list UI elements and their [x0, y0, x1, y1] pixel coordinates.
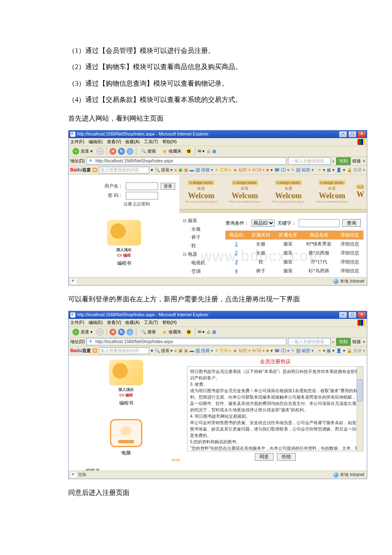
- reject-button[interactable]: 拒绝: [277, 453, 296, 461]
- search-submit-button[interactable]: 查询: [342, 219, 361, 227]
- edit-button[interactable]: ▦: [212, 149, 216, 153]
- category-tree[interactable]: 服装 女服 裤子 鞋 电器 电视机 空调 冰箱 常用商品: [183, 217, 221, 277]
- ie-favicon-icon: [89, 339, 94, 344]
- login-button[interactable]: 登录: [161, 183, 175, 190]
- scrollbar[interactable]: [357, 367, 363, 451]
- table-header-row: 商品ID所属类别所属仓库商品名称详细信息: [225, 231, 363, 240]
- edit-button[interactable]: ▦: [212, 330, 216, 334]
- tree-node-ac: 空调: [183, 267, 221, 276]
- search-label: 查询条件：: [225, 220, 249, 226]
- baidu-dropdown-icon[interactable]: ▾: [92, 348, 97, 353]
- menu-favorites[interactable]: 收藏(A): [125, 320, 139, 326]
- close-button[interactable]: ×: [357, 131, 366, 138]
- history-button[interactable]: ✿: [185, 148, 192, 155]
- print-button[interactable]: 🖨: [206, 149, 210, 153]
- table-row: 3鞋服装乔*17代详细信息: [225, 257, 363, 266]
- baidu-toolbar: Baidu百度 ▾ 输入想要搜索的内容 ▾ 🔍 搜索 ▾ ▣▣ ▬ ▦ 搜藏 ▾…: [69, 347, 367, 356]
- search-field-select[interactable]: 商品ID: [251, 220, 275, 227]
- minimize-button[interactable]: –: [339, 131, 347, 138]
- tree-node-tv: 电视机: [183, 259, 221, 267]
- username-label: 用户名：: [104, 183, 123, 189]
- keyword-input[interactable]: [299, 219, 340, 227]
- refresh-button[interactable]: ↻: [118, 329, 125, 335]
- table-row: 1女服服装时*情务男装详细信息: [225, 240, 363, 249]
- back-button[interactable]: ←后退 ▾: [70, 328, 95, 336]
- favorites-button[interactable]: ★收藏夹: [160, 328, 184, 336]
- menu-view[interactable]: 查看(V): [107, 320, 121, 326]
- product-search-bar: 查询条件： 商品ID 关键字： 查询: [225, 219, 363, 227]
- agree-button[interactable]: 同意: [255, 453, 274, 461]
- history-button[interactable]: ✿: [185, 329, 192, 335]
- maximize-button[interactable]: □: [348, 312, 357, 318]
- register-link[interactable]: 注册: [124, 202, 132, 206]
- scrollbar-thumb[interactable]: [357, 379, 363, 402]
- browser-window-2: http://localhost:1568/NetShop/Index.aspx…: [68, 311, 367, 479]
- menu-file[interactable]: 文件(F): [70, 320, 84, 326]
- agreement-textbox[interactable]: 明日图书超市会员注册系统（以下简称"本系统"）是由明日科技开发并对本系统拥有全部…: [187, 366, 363, 451]
- forgot-password-link[interactable]: 忘记密码: [133, 202, 150, 206]
- mail-button[interactable]: ✉ ▾: [198, 330, 205, 334]
- home-button[interactable]: ⌂: [127, 329, 133, 335]
- minimize-button[interactable]: –: [339, 312, 347, 318]
- favorites-button[interactable]: ★收藏夹: [160, 147, 184, 156]
- search-button[interactable]: 🔍搜索: [139, 328, 158, 336]
- menu-help[interactable]: 帮助(H): [162, 320, 177, 326]
- login-panel: 用户名： 登录 密 码： 注册 忘记密码: [98, 182, 175, 207]
- menu-help[interactable]: 帮助(H): [162, 139, 177, 145]
- menu-file[interactable]: 文件(F): [70, 139, 84, 145]
- side-text-list: 编程书 英雄 电脑: [86, 466, 184, 471]
- menu-edit[interactable]: 编辑(E): [89, 139, 103, 145]
- go-arrow-icon: ▸: [332, 159, 334, 163]
- forward-button[interactable]: →: [96, 328, 104, 336]
- links-label[interactable]: 链接: [352, 339, 361, 345]
- baidu-search-input[interactable]: 输入想要搜索的内容: [99, 167, 149, 173]
- product-table: 商品ID所属类别所属仓库商品名称详细信息 1女服服装时*情务男装详细信息 2女服…: [225, 231, 363, 275]
- search-button[interactable]: 🔍搜索: [139, 147, 158, 155]
- menu-edit[interactable]: 编辑(E): [89, 320, 103, 326]
- baidu-dropdown-icon[interactable]: ▾: [92, 168, 97, 172]
- side-ad-book[interactable]: 深入浅出 C# 编程 编程书: [105, 220, 143, 266]
- menu-favorites[interactable]: 收藏(A): [125, 139, 139, 145]
- window-title: http://localhost:1568/NetShop/Index.aspx…: [77, 132, 209, 136]
- address-input[interactable]: http://localhost:1568/NetShop/Index.aspx: [86, 157, 287, 165]
- refresh-button[interactable]: ↻: [118, 148, 125, 155]
- paragraph-2: （2）通过【购物车】模块可以查看商品信息及购买商品。: [68, 59, 332, 75]
- side-ad-tv-2[interactable]: 电脑: [107, 419, 145, 456]
- keyword-search-input[interactable]: ←输入关键词搜索: [288, 338, 331, 345]
- stop-button[interactable]: ✕: [110, 329, 116, 335]
- links-label[interactable]: 链接: [352, 158, 361, 164]
- go-button[interactable]: 转到: [336, 157, 351, 165]
- tree-node-fridge: 冰箱: [183, 275, 221, 277]
- ie-favicon-icon: [89, 159, 94, 164]
- username-input[interactable]: [126, 182, 158, 190]
- titlebar[interactable]: http://localhost:1568/NetShop/Index.aspx…: [69, 311, 367, 319]
- address-label: 地址(D): [70, 339, 85, 345]
- side-ad-book-2[interactable]: 深入浅出 C# 编程 编程书: [107, 360, 145, 406]
- paragraph-1: （1）通过【会员管理】模块可以进行会员注册。: [68, 43, 332, 59]
- baidu-search-input[interactable]: 输入想要搜索的内容: [99, 347, 149, 354]
- keyword-search-input[interactable]: ←输入关键词搜索: [288, 157, 331, 165]
- forward-button[interactable]: →: [96, 147, 104, 155]
- titlebar[interactable]: http://localhost:1568/NetShop/Index.aspx…: [69, 130, 367, 138]
- mail-button[interactable]: ✉ ▾: [198, 149, 205, 153]
- stop-button[interactable]: ✕: [110, 148, 116, 155]
- baidu-logo[interactable]: Baidu百度: [70, 167, 91, 173]
- address-input[interactable]: http://localhost:1568/NetShop/Index.aspx: [86, 338, 287, 345]
- menu-tools[interactable]: 工具(T): [144, 320, 158, 326]
- maximize-button[interactable]: □: [348, 131, 357, 138]
- close-button[interactable]: ×: [357, 312, 366, 318]
- back-button[interactable]: ←后退 ▾: [70, 147, 95, 156]
- menu-tools[interactable]: 工具(T): [144, 139, 158, 145]
- more-link[interactable]: more: [69, 458, 180, 462]
- password-input[interactable]: [126, 192, 158, 199]
- menubar: 文件(F) 编辑(E) 查看(V) 收藏(A) 工具(T) 帮助(H): [69, 138, 367, 146]
- paragraph-4: （4）通过【交易条款】模块可以查看本系统的交易方式。: [68, 92, 332, 108]
- toolbar: ←后退 ▾ → ✕ ↻ ⌂ 🔍搜索 ★收藏夹 ✿ ✉ ▾ 🖨 ▦: [69, 146, 367, 157]
- page-content-1: 用户名： 登录 密 码： 注册 忘记密码 深入浅出: [69, 175, 367, 277]
- table-row: 4裤子服装杉*鸟西裤详细信息: [225, 266, 363, 275]
- go-button[interactable]: 转到: [336, 338, 351, 346]
- home-button[interactable]: ⌂: [127, 148, 133, 155]
- print-button[interactable]: 🖨: [206, 330, 210, 334]
- baidu-logo[interactable]: Baidu百度: [70, 348, 91, 354]
- menu-view[interactable]: 查看(V): [107, 139, 121, 145]
